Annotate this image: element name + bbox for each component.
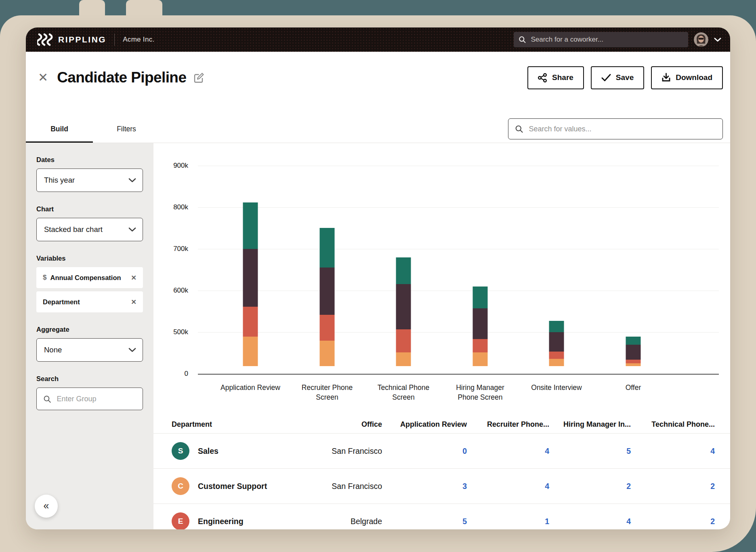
x-axis-category-label: Recruiter Phone Screen <box>293 383 361 402</box>
company-name: Acme Inc. <box>123 36 154 44</box>
table-row[interactable]: EEngineeringBelgrade5142 <box>153 504 730 529</box>
bar-segment-teal[interactable] <box>473 287 488 308</box>
chart-type-select-value: Stacked bar chart <box>44 225 103 234</box>
bar-segment-teal[interactable] <box>549 321 564 332</box>
chart-type-select[interactable]: Stacked bar chart <box>36 218 143 241</box>
chevron-down-icon <box>128 348 136 352</box>
bar-segment-maroon[interactable] <box>243 249 258 307</box>
bar-segment-red[interactable] <box>243 307 258 337</box>
department-cell: CCustomer Support <box>172 477 293 495</box>
group-search[interactable] <box>36 388 143 410</box>
account-chevron-down-icon[interactable] <box>714 37 721 42</box>
bar-segment-orange[interactable] <box>626 363 641 366</box>
y-axis-tick-label: 0 <box>153 370 188 378</box>
x-axis-line <box>198 374 719 375</box>
values-search-input[interactable] <box>528 124 716 134</box>
bar-segment-red[interactable] <box>320 315 335 341</box>
remove-variable-icon[interactable]: ✕ <box>131 274 136 282</box>
variable-chip[interactable]: $Annual Compensation✕ <box>36 267 143 288</box>
dollar-icon: $ <box>43 274 46 282</box>
search-icon <box>43 394 51 404</box>
download-button-label: Download <box>676 73 712 82</box>
coworker-search-input[interactable] <box>530 35 683 44</box>
table-header-cell: Recruiter Phone... <box>467 420 549 429</box>
share-button[interactable]: Share <box>527 66 584 89</box>
save-button[interactable]: Save <box>591 66 644 89</box>
aggregate-select[interactable]: None <box>36 338 143 362</box>
user-avatar[interactable] <box>694 32 708 47</box>
check-icon <box>601 74 611 82</box>
stage-count-cell[interactable]: 5 <box>382 517 467 526</box>
bar-segment-maroon[interactable] <box>549 332 564 352</box>
app-window: RIPPLING Acme Inc. <box>26 27 730 529</box>
download-icon <box>662 73 671 82</box>
stage-count-cell[interactable]: 3 <box>382 482 467 491</box>
bar-segment-red[interactable] <box>626 360 641 363</box>
bar-segment-maroon[interactable] <box>473 308 488 339</box>
variable-chip[interactable]: Department✕ <box>36 291 143 312</box>
coworker-search[interactable] <box>514 32 688 47</box>
stage-count-cell[interactable]: 2 <box>631 482 715 491</box>
table-row[interactable]: CCustomer SupportSan Francisco3422 <box>153 468 730 504</box>
bar-segment-maroon[interactable] <box>396 284 411 329</box>
y-axis-tick-label: 900k <box>153 162 188 170</box>
results-table: DepartmentOfficeApplication ReviewRecrui… <box>153 415 730 529</box>
stage-count-cell[interactable]: 4 <box>467 482 549 491</box>
bar-segment-orange[interactable] <box>549 359 564 366</box>
table-header-cell: Application Review <box>382 420 467 429</box>
bar-segment-maroon[interactable] <box>320 268 335 315</box>
bar-segment-teal[interactable] <box>626 337 641 345</box>
bar-segment-teal[interactable] <box>243 202 258 249</box>
bar-segment-red[interactable] <box>549 352 564 359</box>
download-button[interactable]: Download <box>651 66 723 89</box>
bar-segment-teal[interactable] <box>320 228 335 267</box>
department-avatar: C <box>172 477 189 495</box>
stage-count-cell[interactable]: 5 <box>549 447 631 456</box>
department-name: Customer Support <box>198 482 267 491</box>
bar-segment-maroon[interactable] <box>626 345 641 360</box>
department-avatar: E <box>172 512 189 529</box>
bar-segment-orange[interactable] <box>243 337 258 366</box>
chevron-down-icon <box>128 178 136 183</box>
bar-segment-red[interactable] <box>473 339 488 352</box>
collapse-sidebar-button[interactable]: « <box>35 495 58 518</box>
search-icon <box>515 124 523 133</box>
edit-title-icon[interactable] <box>193 72 204 83</box>
bar-segment-red[interactable] <box>396 329 411 352</box>
department-cell: SSales <box>172 442 293 460</box>
stage-count-cell[interactable]: 0 <box>382 447 467 456</box>
variable-chip-label: Department <box>43 298 80 306</box>
aggregate-label: Aggregate <box>36 326 143 333</box>
x-axis-category-label: Application Review <box>216 383 285 393</box>
x-axis-category-label: Hiring Manager Phone Screen <box>446 383 514 402</box>
variable-chip-label: Annual Compensation <box>50 274 121 282</box>
stage-count-cell[interactable]: 4 <box>467 447 549 456</box>
close-icon[interactable]: ✕ <box>38 72 48 84</box>
stage-count-cell[interactable]: 4 <box>631 447 715 456</box>
x-axis-category-label: Technical Phone Screen <box>369 383 438 402</box>
tab-build[interactable]: Build <box>26 116 93 143</box>
y-axis-tick-label: 500k <box>153 328 188 336</box>
dates-select[interactable]: This year <box>36 169 143 192</box>
bar-segment-teal[interactable] <box>396 257 411 284</box>
search-icon <box>519 36 526 44</box>
table-row[interactable]: SSalesSan Francisco0454 <box>153 433 730 468</box>
stage-count-cell[interactable]: 2 <box>631 517 715 526</box>
stage-count-cell[interactable]: 2 <box>549 482 631 491</box>
bar-segment-orange[interactable] <box>396 352 411 366</box>
department-avatar: S <box>172 442 189 460</box>
group-search-input[interactable] <box>56 394 136 404</box>
remove-variable-icon[interactable]: ✕ <box>131 298 136 306</box>
office-cell: Belgrade <box>293 517 382 526</box>
table-header-cell: Office <box>293 420 382 429</box>
bar-segment-orange[interactable] <box>473 352 488 366</box>
values-search[interactable] <box>508 118 723 139</box>
table-header-cell: Technical Phone... <box>631 420 715 429</box>
rippling-logo-icon <box>37 33 53 46</box>
stage-count-cell[interactable]: 4 <box>549 517 631 526</box>
table-header-cell: Department <box>172 420 293 429</box>
tab-filters[interactable]: Filters <box>93 116 160 143</box>
bar-segment-orange[interactable] <box>320 341 335 366</box>
rippling-report-page: { "background": {"teal": "#4d6b70", "bei… <box>0 0 756 552</box>
stage-count-cell[interactable]: 1 <box>467 517 549 526</box>
